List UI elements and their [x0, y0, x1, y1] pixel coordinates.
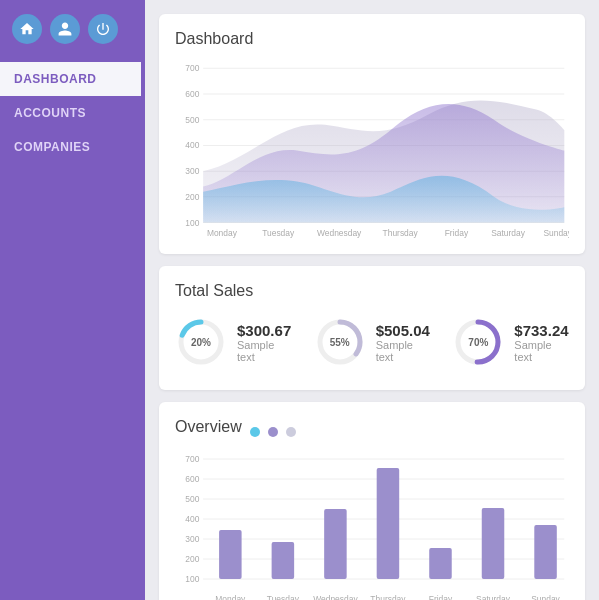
- sales-item-3: 70% $733.24 Sample text: [452, 316, 569, 368]
- overview-header: Overview: [175, 418, 569, 446]
- sales-amount-1: $300.67: [237, 322, 292, 339]
- bar-friday: [429, 548, 452, 579]
- svg-text:Wednesday: Wednesday: [313, 594, 358, 600]
- svg-text:200: 200: [185, 554, 199, 564]
- overview-title: Overview: [175, 418, 242, 436]
- sales-sub-1: Sample text: [237, 339, 292, 363]
- power-icon-button[interactable]: [88, 14, 118, 44]
- dashboard-title: Dashboard: [175, 30, 569, 48]
- svg-text:Friday: Friday: [445, 228, 469, 238]
- bar-chart: 700 600 500 400 300 200 100: [175, 454, 569, 600]
- svg-text:Sunday: Sunday: [543, 228, 569, 238]
- svg-text:Sunday: Sunday: [531, 594, 560, 600]
- donut-3: 70%: [452, 316, 504, 368]
- donut-2: 55%: [314, 316, 366, 368]
- sales-sub-2: Sample text: [376, 339, 431, 363]
- sidebar: DASHBOARD ACCOUNTS COMPANIES: [0, 0, 145, 600]
- overview-card: Overview 700 600 500 400 300 200: [159, 402, 585, 600]
- sales-text-1: $300.67 Sample text: [237, 322, 292, 363]
- sidebar-navigation: DASHBOARD ACCOUNTS COMPANIES: [0, 62, 145, 164]
- sales-text-2: $505.04 Sample text: [376, 322, 431, 363]
- bar-sunday: [534, 525, 557, 579]
- sales-item-2: 55% $505.04 Sample text: [314, 316, 431, 368]
- svg-text:Thursday: Thursday: [383, 228, 419, 238]
- svg-text:600: 600: [185, 474, 199, 484]
- svg-text:400: 400: [185, 140, 199, 150]
- bar-saturday: [482, 508, 505, 579]
- sidebar-icon-bar: [0, 0, 130, 62]
- donut-2-label: 55%: [330, 337, 350, 348]
- svg-text:Tuesday: Tuesday: [267, 594, 300, 600]
- user-icon-button[interactable]: [50, 14, 80, 44]
- donut-3-label: 70%: [468, 337, 488, 348]
- svg-text:600: 600: [185, 89, 199, 99]
- svg-text:500: 500: [185, 494, 199, 504]
- overview-dot-1: [250, 427, 260, 437]
- sales-sub-3: Sample text: [514, 339, 569, 363]
- area-chart: 700 600 500 400 300 200 100: [175, 58, 569, 238]
- overview-dot-3: [286, 427, 296, 437]
- svg-text:Monday: Monday: [207, 228, 238, 238]
- svg-text:700: 700: [185, 63, 199, 73]
- home-icon-button[interactable]: [12, 14, 42, 44]
- sidebar-item-companies[interactable]: COMPANIES: [0, 130, 145, 164]
- svg-text:700: 700: [185, 454, 199, 464]
- bar-tuesday: [272, 542, 295, 579]
- sales-row: 20% $300.67 Sample text 55% $505.04: [175, 310, 569, 374]
- bar-wednesday: [324, 509, 347, 579]
- svg-text:300: 300: [185, 534, 199, 544]
- main-content: Dashboard 700 600 500 400 300 200 100: [145, 0, 599, 600]
- donut-1-label: 20%: [191, 337, 211, 348]
- sales-item-1: 20% $300.67 Sample text: [175, 316, 292, 368]
- bar-thursday: [377, 468, 400, 579]
- total-sales-title: Total Sales: [175, 282, 569, 300]
- svg-text:300: 300: [185, 166, 199, 176]
- sidebar-item-accounts[interactable]: ACCOUNTS: [0, 96, 145, 130]
- svg-text:500: 500: [185, 114, 199, 124]
- svg-text:100: 100: [185, 574, 199, 584]
- donut-1: 20%: [175, 316, 227, 368]
- svg-text:100: 100: [185, 217, 199, 227]
- bar-monday: [219, 530, 242, 579]
- sidebar-item-dashboard[interactable]: DASHBOARD: [0, 62, 145, 96]
- svg-text:Monday: Monday: [215, 594, 246, 600]
- sales-amount-2: $505.04: [376, 322, 431, 339]
- svg-text:Thursday: Thursday: [370, 594, 406, 600]
- svg-text:400: 400: [185, 514, 199, 524]
- svg-text:Wednesday: Wednesday: [317, 228, 362, 238]
- overview-dot-2: [268, 427, 278, 437]
- sales-text-3: $733.24 Sample text: [514, 322, 569, 363]
- svg-text:Friday: Friday: [429, 594, 453, 600]
- dashboard-card: Dashboard 700 600 500 400 300 200 100: [159, 14, 585, 254]
- svg-text:Tuesday: Tuesday: [262, 228, 295, 238]
- svg-text:Saturday: Saturday: [476, 594, 510, 600]
- svg-text:200: 200: [185, 192, 199, 202]
- sales-amount-3: $733.24: [514, 322, 569, 339]
- svg-text:Saturday: Saturday: [491, 228, 525, 238]
- total-sales-card: Total Sales 20% $300.67 Sample text: [159, 266, 585, 390]
